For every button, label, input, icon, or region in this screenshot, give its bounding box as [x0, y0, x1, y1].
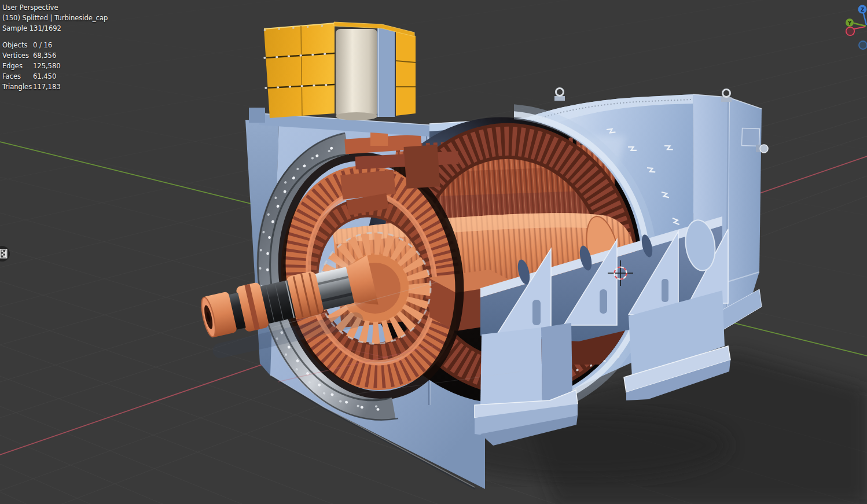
blender-3d-viewport[interactable]: User Perspective (150) Splitted | Turbin… — [0, 0, 867, 504]
lifting-eye-2[interactable] — [721, 90, 732, 102]
gizmo-axis-x-negative[interactable] — [846, 27, 854, 35]
cooler-cylinder[interactable] — [336, 29, 377, 120]
gizmo-axis-z-negative[interactable] — [859, 41, 867, 49]
gizmo-axis-y[interactable]: Y — [846, 19, 854, 27]
gizmo-y-stem — [854, 23, 866, 26]
viewport-canvas[interactable] — [0, 0, 867, 504]
svg-text:Y: Y — [847, 20, 852, 26]
cooler-panel-right[interactable] — [396, 31, 416, 116]
gizmo-x-stem — [854, 27, 865, 29]
cooler-frame-post[interactable] — [377, 28, 395, 117]
svg-text:Z: Z — [861, 7, 864, 13]
lifting-eye[interactable] — [554, 89, 565, 101]
gizmo-axis-z[interactable]: Z — [858, 5, 867, 14]
clip-checker-icon — [0, 249, 8, 259]
cooler-box[interactable] — [249, 22, 429, 137]
cooler-panel-left[interactable] — [264, 23, 335, 118]
nav-gizmo[interactable]: Z Y — [832, 0, 867, 58]
pedestal-foot[interactable] — [475, 323, 578, 446]
